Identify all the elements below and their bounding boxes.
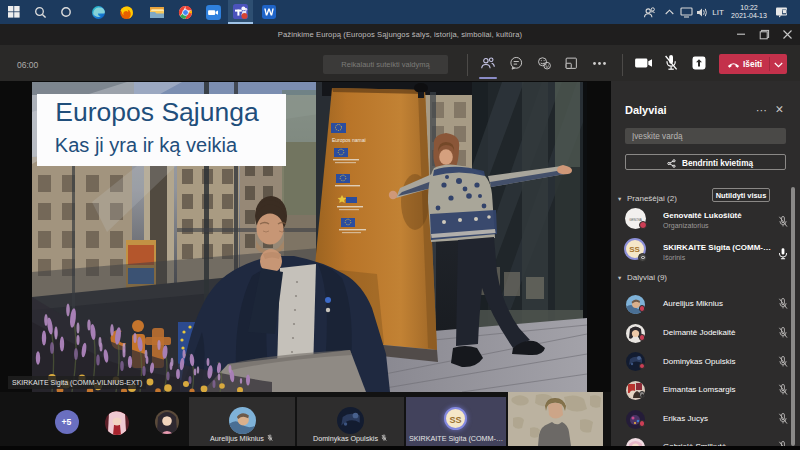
svg-text:Kas ji yra ir ką veikia: Kas ji yra ir ką veikia [55,134,238,156]
svg-text:Europos namai: Europos namai [332,137,366,143]
svg-text:GENOVA: GENOVA [629,217,642,221]
svg-text:Europos Sąjunga: Europos Sąjunga [55,97,259,127]
